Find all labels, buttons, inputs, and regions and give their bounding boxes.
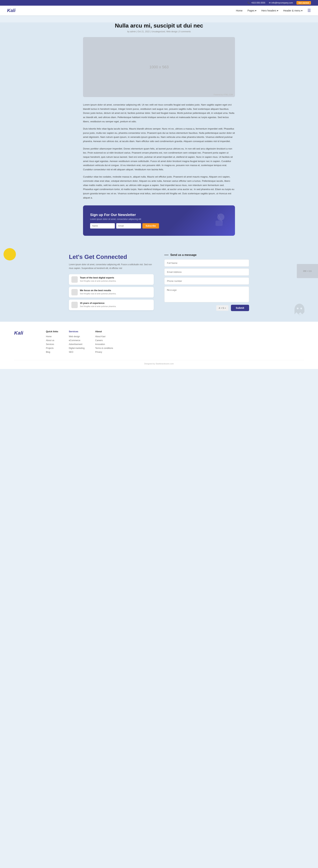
footer-services-title: Services bbox=[69, 330, 84, 333]
nav-home[interactable]: Home bbox=[236, 9, 242, 12]
email-input[interactable] bbox=[164, 269, 249, 276]
footer-svc-ecommerce[interactable]: eCommerce bbox=[69, 339, 80, 342]
article-para-3: Donec porttitor ullamcorper imperdiet. D… bbox=[83, 147, 235, 172]
get-started-button[interactable]: Get started bbox=[296, 1, 311, 5]
feature-text-3: 15 years of experience Sed fringilla nul… bbox=[80, 302, 116, 308]
submit-button[interactable]: Submit bbox=[231, 305, 249, 311]
feature-item-1: Team of the best digital experts Sed fri… bbox=[69, 274, 154, 285]
feature-list: Team of the best digital experts Sed fri… bbox=[69, 274, 154, 310]
feature-title-1: Team of the best digital experts bbox=[80, 276, 116, 279]
image-placeholder-label: 1000 x 563 bbox=[149, 65, 169, 69]
newsletter-subtitle: Lorem ipsum dolor sit amet, consectetur … bbox=[90, 218, 159, 220]
feature-item-3: 15 years of experience Sed fringilla nul… bbox=[69, 300, 154, 310]
footer-link-services[interactable]: Services bbox=[46, 343, 54, 345]
footer-svc-advertisement[interactable]: Advertisement bbox=[69, 343, 82, 345]
feature-title-2: We focus on the best results bbox=[80, 289, 116, 292]
feature-text-1: Team of the best digital experts Sed fri… bbox=[80, 276, 116, 282]
newsletter-subscribe-button[interactable]: Subscribe bbox=[142, 223, 159, 228]
footer-about-innovation[interactable]: Innovation bbox=[95, 343, 105, 345]
yellow-circle-decoration bbox=[3, 248, 16, 260]
page-section: 200 × 111 Let's Get Connected Lorem ipsu… bbox=[0, 243, 318, 322]
connected-description: Lorem ipsum dolor sit amet, consectetur … bbox=[69, 263, 154, 270]
connected-title: Let's Get Connected bbox=[69, 253, 154, 260]
nav-header-menu[interactable]: Header & menu ▾ bbox=[283, 9, 302, 12]
footer-svc-webdesign[interactable]: Web design bbox=[69, 335, 80, 338]
top-bar-email-address: info@mycompany.com bbox=[271, 2, 293, 4]
phone-input[interactable] bbox=[164, 277, 249, 285]
footer-about-privacy[interactable]: Privacy bbox=[95, 351, 102, 353]
fullname-input[interactable] bbox=[164, 259, 249, 267]
newsletter-content: Sign up For Our Newsletter Lorem ipsum d… bbox=[90, 213, 159, 228]
email-icon: ✉ bbox=[269, 2, 271, 4]
newsletter-title: Sign up For Our Newsletter bbox=[90, 213, 159, 217]
article-title: Nulla arcu mi, suscipit ut dui nec bbox=[83, 23, 235, 29]
feature-desc-3: Sed fringilla nula id ante pulvinar phar… bbox=[80, 305, 116, 308]
top-bar: 📞 +815.555.5555 ✉ info@mycompany.com Get… bbox=[0, 0, 318, 6]
main-bg: Nulla arcu mi, suscipit ut dui nec by ad… bbox=[0, 23, 318, 322]
hamburger-icon[interactable]: ☰ bbox=[308, 8, 311, 13]
ad-banner: 200 × 111 bbox=[297, 264, 318, 278]
navbar: Kali Home Pages ▾ Hero headers ▾ Header … bbox=[0, 6, 318, 16]
newsletter-email-input[interactable] bbox=[116, 223, 141, 228]
footer-quick-links: Quick links Home About us Services Proje… bbox=[46, 330, 58, 354]
article-body: Lorem ipsum dolor sit amet, consectetur … bbox=[83, 103, 235, 200]
footer-about-kavi[interactable]: About Kavi bbox=[95, 335, 106, 338]
ad-size-label: 200 × 111 bbox=[303, 270, 312, 272]
footer-about-terms[interactable]: Terms & conditions bbox=[95, 347, 113, 349]
footer-svc-seo[interactable]: SEO bbox=[69, 351, 73, 353]
footer-copyright: Designed by Startbrandraven.com bbox=[144, 363, 174, 365]
svg-point-6 bbox=[300, 308, 302, 309]
newsletter-form: Subscribe bbox=[90, 223, 159, 228]
navbar-logo: Kali bbox=[7, 8, 16, 13]
ghost-decoration bbox=[291, 302, 308, 318]
article-para-1: Lorem ipsum dolor sit amet, consectetur … bbox=[83, 103, 235, 124]
connected-left: Let's Get Connected Lorem ipsum dolor si… bbox=[69, 253, 154, 310]
nav-hero-headers[interactable]: Hero headers ▾ bbox=[261, 9, 278, 12]
send-message-title: Send us a message bbox=[164, 253, 249, 256]
connected-right: Send us a message 4 + 5 = Submit bbox=[164, 253, 249, 311]
article-para-2: Duis lobortis felis vitae ligula iaculis… bbox=[83, 127, 235, 144]
feature-text-2: We focus on the best results Sed fringil… bbox=[80, 289, 116, 295]
feature-icon-3 bbox=[71, 302, 78, 308]
footer-about-careers[interactable]: Careers bbox=[95, 339, 103, 342]
footer-about-title: About bbox=[95, 330, 113, 333]
feature-item-2: We focus on the best results Sed fringil… bbox=[69, 287, 154, 298]
newsletter-name-input[interactable] bbox=[90, 223, 115, 228]
footer-svc-digital[interactable]: Digital marketing bbox=[69, 347, 84, 349]
feature-icon-1 bbox=[71, 276, 78, 283]
footer-brand: Kali bbox=[14, 330, 35, 354]
connected-section: Let's Get Connected Lorem ipsum dolor si… bbox=[62, 243, 256, 322]
image-credit: Powered by HTML.COM bbox=[213, 94, 233, 96]
footer-top: Kali Quick links Home About us Services … bbox=[14, 330, 304, 354]
feature-icon-2 bbox=[71, 289, 78, 296]
form-bottom: 4 + 5 = Submit bbox=[164, 305, 249, 311]
contact-form: 4 + 5 = Submit bbox=[164, 259, 249, 311]
article-para-4: Curabitur vitae leo sodales, molestie ma… bbox=[83, 175, 235, 200]
top-bar-email: ✉ info@mycompany.com bbox=[269, 2, 293, 4]
message-input[interactable] bbox=[164, 286, 249, 302]
newsletter-section: Sign up For Our Newsletter Lorem ipsum d… bbox=[83, 206, 235, 236]
feature-title-3: 15 years of experience bbox=[80, 302, 116, 304]
nav-pages[interactable]: Pages ▾ bbox=[248, 9, 257, 12]
feature-desc-1: Sed fringilla nula id ante pulvinar phar… bbox=[80, 280, 116, 282]
footer-quick-links-title: Quick links bbox=[46, 330, 58, 333]
footer-bottom: Designed by Startbrandraven.com bbox=[14, 360, 304, 365]
main-content: Nulla arcu mi, suscipit ut dui nec by ad… bbox=[80, 23, 238, 236]
top-bar-phone-number: +815.555.5555 bbox=[251, 2, 265, 4]
featured-image: 1000 x 563 Powered by HTML.COM bbox=[83, 37, 235, 97]
phone-icon: 📞 bbox=[248, 2, 250, 4]
footer: Kali Quick links Home About us Services … bbox=[0, 322, 318, 369]
footer-link-blog[interactable]: Blog bbox=[46, 351, 50, 353]
connected-title-text: Let's Get Connected bbox=[69, 253, 127, 260]
footer-link-about[interactable]: About us bbox=[46, 339, 54, 342]
footer-services: Services Web design eCommerce Advertisem… bbox=[69, 330, 84, 354]
footer-link-home[interactable]: Home bbox=[46, 335, 52, 338]
footer-link-projects[interactable]: Projects bbox=[46, 347, 54, 349]
top-bar-phone: 📞 +815.555.5555 bbox=[248, 2, 265, 4]
navbar-menu: Home Pages ▾ Hero headers ▾ Header & men… bbox=[236, 8, 311, 13]
footer-logo: Kali bbox=[14, 330, 35, 336]
newsletter-decoration bbox=[207, 212, 228, 229]
footer-about: About About Kavi Careers Innovation Term… bbox=[95, 330, 113, 354]
svg-rect-1 bbox=[215, 221, 223, 226]
feature-desc-2: Sed fringilla nula id ante pulvinar phar… bbox=[80, 292, 116, 295]
